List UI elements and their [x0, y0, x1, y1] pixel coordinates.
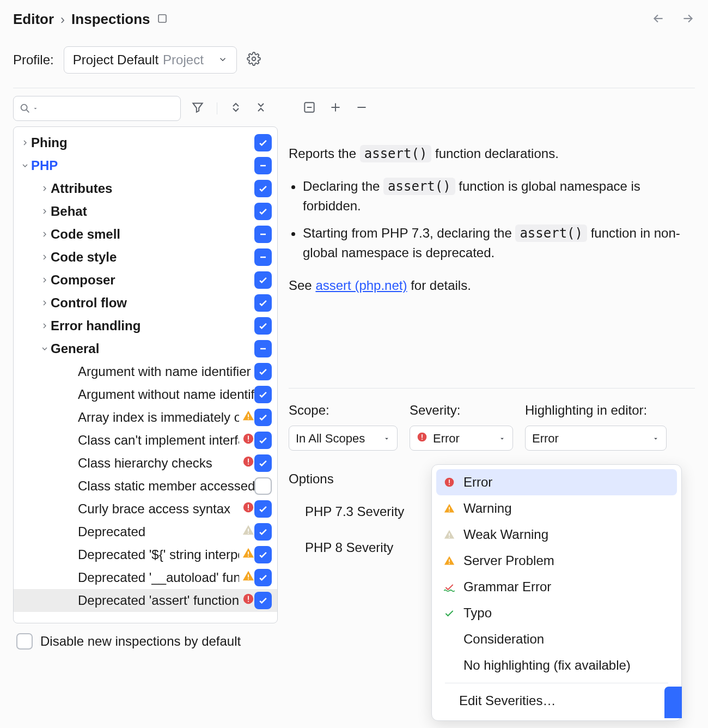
caret-down-icon [652, 429, 660, 447]
tree-leaf[interactable]: Deprecated '${' string interpolation [14, 543, 277, 566]
tree-leaf-selected[interactable]: Deprecated 'assert' function declaration [14, 589, 277, 612]
checkbox-mixed-icon[interactable] [254, 226, 272, 243]
tree-leaf[interactable]: Deprecated [14, 520, 277, 543]
add-icon[interactable] [328, 100, 343, 117]
tree-node-errorhandling[interactable]: Error handling [14, 314, 277, 337]
checkbox-icon[interactable] [254, 454, 272, 472]
description-bullet: Declaring the assert() function is globa… [303, 177, 695, 216]
forward-icon[interactable] [681, 11, 695, 28]
checkbox-mixed-icon[interactable] [254, 157, 272, 174]
checkbox-icon[interactable] [254, 432, 272, 449]
tree-leaf[interactable]: Argument without name identifier [14, 383, 277, 406]
checkbox-icon[interactable] [254, 317, 272, 335]
collapse-icon[interactable] [302, 100, 316, 117]
error-icon [443, 477, 456, 488]
checkbox-empty-icon[interactable] [16, 633, 33, 650]
tree-leaf[interactable]: Class can't implement interface [14, 429, 277, 452]
checkbox-icon[interactable] [254, 569, 272, 586]
chevron-right-icon [39, 321, 51, 330]
highlight-label: Highlighting in editor: [525, 401, 667, 420]
severity-select[interactable]: Error [410, 426, 513, 451]
description-text: Reports the assert() function declaratio… [289, 144, 695, 163]
warning-icon [242, 570, 254, 585]
error-icon [417, 429, 428, 447]
tree-leaf[interactable]: Deprecated '__autoload' function [14, 566, 277, 589]
breadcrumb-root[interactable]: Editor [13, 11, 54, 28]
search-icon [19, 102, 31, 114]
tree-node-composer[interactable]: Composer [14, 269, 277, 292]
disable-new-inspections-row[interactable]: Disable new inspections by default [13, 623, 278, 650]
error-icon [242, 593, 254, 608]
checkbox-icon[interactable] [254, 546, 272, 563]
tree-leaf[interactable]: Argument with name identifier [14, 360, 277, 383]
checkbox-icon[interactable] [254, 271, 272, 289]
detach-window-icon[interactable] [157, 13, 168, 26]
tree-leaf[interactable]: Curly brace access syntax [14, 498, 277, 520]
chevron-right-icon [39, 207, 51, 216]
popup-item-consideration[interactable]: Consideration [436, 626, 677, 652]
checkbox-icon[interactable] [254, 386, 272, 403]
checkbox-icon[interactable] [254, 203, 272, 220]
chevron-down-icon [39, 344, 51, 353]
checkbox-mixed-icon[interactable] [254, 340, 272, 357]
popup-item-warning[interactable]: Warning [436, 495, 677, 521]
popup-item-grammar-error[interactable]: Grammar Error [436, 574, 677, 600]
checkbox-icon[interactable] [254, 523, 272, 541]
checkbox-icon[interactable] [254, 592, 272, 609]
popup-item-no-highlighting[interactable]: No highlighting (fix available) [436, 652, 677, 678]
svg-rect-16 [248, 533, 249, 534]
gear-icon[interactable] [247, 52, 261, 68]
checkbox-icon[interactable] [254, 180, 272, 197]
popup-edit-severities[interactable]: Edit Severities… [436, 688, 677, 716]
tree-node-controlflow[interactable]: Control flow [14, 292, 277, 314]
search-input[interactable] [13, 96, 181, 121]
error-icon [242, 501, 254, 517]
remove-icon[interactable] [355, 100, 369, 117]
grammar-icon [443, 581, 456, 592]
svg-rect-20 [248, 579, 249, 580]
description-bullet: Starting from PHP 7.3, declaring the ass… [303, 223, 695, 263]
svg-rect-31 [449, 511, 450, 512]
profile-label: Profile: [13, 52, 54, 68]
scope-select[interactable]: In All Scopes [289, 426, 398, 451]
checkbox-icon[interactable] [254, 363, 272, 380]
popup-item-weak-warning[interactable]: Weak Warning [436, 521, 677, 548]
assert-phpnet-link[interactable]: assert (php.net) [315, 278, 407, 293]
tree-leaf[interactable]: Array index is immediately overwritten [14, 406, 277, 429]
apply-button[interactable] [664, 687, 682, 718]
inspection-tree[interactable]: Phing PHP Attributes Behat [13, 126, 278, 623]
tree-node-php[interactable]: PHP [14, 154, 277, 177]
chevron-right-icon [39, 184, 51, 193]
checkbox-mixed-icon[interactable] [254, 248, 272, 266]
tree-node-phing[interactable]: Phing [14, 131, 277, 154]
filter-icon[interactable] [191, 100, 205, 117]
tree-leaf[interactable]: Class hierarchy checks [14, 452, 277, 475]
svg-rect-8 [248, 441, 249, 442]
checkbox-icon[interactable] [254, 500, 272, 518]
tree-node-general[interactable]: General [14, 337, 277, 360]
checkbox-icon[interactable] [254, 134, 272, 151]
tree-node-attributes[interactable]: Attributes [14, 177, 277, 200]
tree-node-codestyle[interactable]: Code style [14, 246, 277, 269]
profile-select[interactable]: Project Default Project [64, 46, 237, 74]
expand-all-icon[interactable] [229, 101, 242, 116]
popup-item-error[interactable]: Error [436, 469, 677, 495]
checkbox-icon[interactable] [254, 409, 272, 426]
tree-node-behat[interactable]: Behat [14, 200, 277, 223]
chevron-down-icon [218, 52, 228, 68]
svg-rect-7 [248, 436, 249, 440]
collapse-all-icon[interactable] [254, 101, 267, 116]
highlight-select[interactable]: Error [525, 426, 667, 451]
popup-item-typo[interactable]: Typo [436, 600, 677, 626]
tree-node-codesmell[interactable]: Code smell [14, 223, 277, 246]
back-icon[interactable] [651, 11, 666, 28]
checkbox-empty-icon[interactable] [254, 477, 272, 495]
popup-item-server-problem[interactable]: Server Problem [436, 548, 677, 574]
svg-rect-28 [449, 480, 450, 483]
svg-rect-10 [248, 459, 249, 463]
caret-down-icon [32, 105, 39, 112]
tree-leaf[interactable]: Class static member accessed via instanc… [14, 475, 277, 498]
breadcrumb: Editor › Inspections [13, 0, 695, 46]
warning-icon [242, 410, 254, 425]
checkbox-icon[interactable] [254, 294, 272, 312]
